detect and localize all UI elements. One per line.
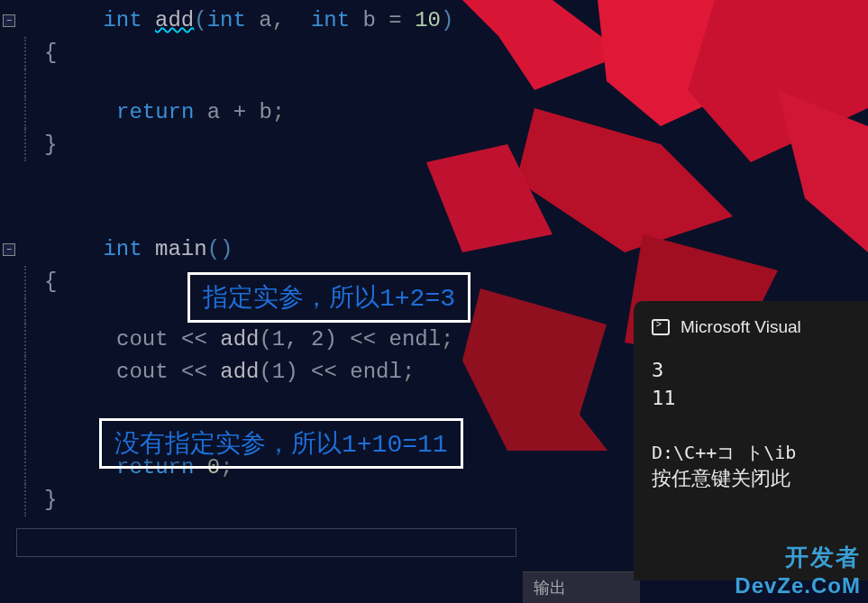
terminal-titlebar: Microsoft Visual [652,317,850,337]
watermark-line1: 开发者 [735,542,861,573]
args: (1, 2) [259,327,350,352]
terminal-window[interactable]: Microsoft Visual 3 11 D:\C++コ ト\ib 按任意键关… [634,301,868,580]
param-b: b [350,8,388,32]
cout: cout [116,327,181,352]
output-panel-tab[interactable]: 输出 [523,571,640,603]
brace-close: } [44,488,57,512]
terminal-title-text: Microsoft Visual [681,317,801,337]
watermark-line2: DevZe.CoM [735,573,861,598]
code-line-main[interactable]: − int main() [0,233,868,266]
cursor-line-highlight [16,528,516,557]
keyword-return: return [116,100,194,124]
keyword-int: int [207,8,246,32]
code-line-blank[interactable] [0,69,868,96]
terminal-output-line: 3 [652,357,850,385]
fold-toggle[interactable]: − [3,14,15,27]
output-label: 输出 [534,579,566,597]
terminal-icon [652,319,670,335]
terminal-path: D:\C++コ ト\ib [652,440,850,465]
code-line-4[interactable]: } [0,129,868,161]
keyword-int: int [285,8,350,32]
brace-close: } [44,132,57,157]
annotation-box-1: 指定实参，所以1+2=3 [187,272,471,323]
param-a: a [246,8,272,32]
terminal-close-msg: 按任意键关闭此 [652,465,850,493]
function-add: add [155,8,194,32]
terminal-output-line: 11 [652,385,850,413]
keyword-int: int [103,8,142,32]
code-line-1[interactable]: − int add(int a, int b = 10) [0,5,868,37]
code-line-3[interactable]: return a + b; [0,96,868,129]
keyword-int: int [103,237,142,261]
brace-open: { [44,270,57,294]
paren: ( [194,8,206,32]
cout: cout [116,360,181,384]
watermark: 开发者 DevZe.CoM [735,542,861,598]
expression: a + b [194,100,271,124]
annotation-box-2: 没有指定实参，所以1+10=11 [99,418,463,469]
function-main: main [142,237,207,261]
brace-open: { [44,41,57,65]
default-value: 10 [402,8,441,32]
fold-toggle[interactable]: − [3,243,15,256]
args: (1) [259,360,311,384]
